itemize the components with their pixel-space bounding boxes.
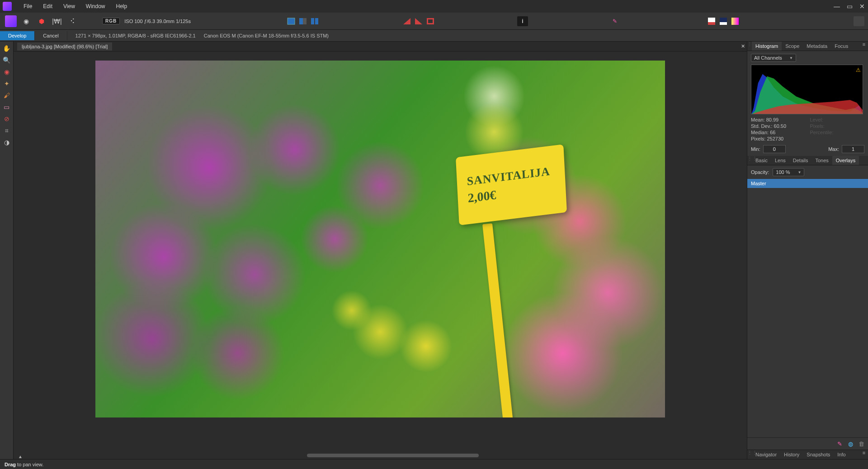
tab-scope[interactable]: Scope (782, 42, 803, 51)
right-panel: ⋮⋮ Histogram Scope Metadata Focus ≡ All … (747, 42, 868, 459)
single-view-icon[interactable] (286, 16, 297, 26)
tab-details[interactable]: Details (789, 156, 812, 165)
plant-price-sign: SANVITALIJA 2,00€ (456, 144, 567, 225)
menu-view[interactable]: View (58, 1, 80, 12)
min-max-row: Min: Max: (751, 145, 864, 153)
svg-rect-0 (288, 18, 295, 24)
gradient-swatch-3-icon[interactable] (730, 16, 741, 26)
crop-tool-icon[interactable]: ⌗ (2, 126, 12, 136)
zoom-tool-icon[interactable]: 🔍 (2, 55, 12, 65)
info-panel-tabs: ⋮⋮ Histogram Scope Metadata Focus ≡ (747, 42, 868, 51)
white-balance-tool-icon[interactable]: ◑ (2, 137, 12, 147)
median-label: Median: (751, 130, 769, 135)
status-bar: ▲ Drag to pan view. (0, 459, 868, 469)
blemish-tool-icon[interactable]: ✦ (2, 79, 12, 89)
develop-panel-tabs: ⋮⋮ Basic Lens Details Tones Overlays (747, 156, 868, 165)
tab-navigator[interactable]: Navigator (752, 450, 780, 459)
tab-tones[interactable]: Tones (811, 156, 832, 165)
canvas-area: ljubljana-3.jpg [Modified] (98.6%) [Tria… (14, 42, 747, 459)
tab-overlays[interactable]: Overlays (832, 156, 859, 165)
tab-basic[interactable]: Basic (752, 156, 771, 165)
svg-rect-3 (311, 18, 314, 24)
assistant-icon[interactable] (854, 16, 864, 26)
main-area: ✋ 🔍 ◉ ✦ 🖌 ▭ ⊘ ⌗ ◑ ljubljana-3.jpg [Modif… (0, 42, 868, 459)
tab-focus[interactable]: Focus (831, 42, 852, 51)
close-button[interactable]: ✕ (859, 3, 865, 9)
tab-close-icon[interactable]: ✕ (739, 43, 747, 49)
overlay-erase-tool-icon[interactable]: ▭ (2, 102, 12, 112)
menu-edit[interactable]: Edit (38, 1, 58, 12)
panel-drag-handle-icon[interactable]: ⋮⋮ (747, 42, 752, 51)
develop-persona-icon[interactable]: ⬢ (36, 15, 47, 27)
menu-window[interactable]: Window (80, 1, 111, 12)
export-persona-icon[interactable]: ⠪ (66, 15, 78, 27)
max-input[interactable] (842, 145, 864, 153)
panel-drag-handle-icon[interactable]: ⋮⋮ (747, 450, 752, 459)
mean-value: 80.99 (766, 117, 779, 122)
gradient-overlay-icon[interactable]: ◍ (846, 440, 854, 448)
menu-file[interactable]: File (18, 1, 38, 12)
svg-marker-6 (415, 18, 422, 24)
menu-bar: File Edit View Window Help (18, 1, 132, 12)
percentile-label: Percentile: (810, 130, 865, 135)
gradient-swatch-1-icon[interactable] (706, 16, 717, 26)
split-view-icon[interactable] (297, 16, 308, 26)
tab-metadata[interactable]: Metadata (803, 42, 831, 51)
svg-rect-4 (315, 18, 318, 24)
min-label: Min: (751, 146, 760, 152)
tab-snapshots[interactable]: Snapshots (803, 450, 834, 459)
panel-menu-icon[interactable]: ≡ (860, 42, 868, 51)
delete-overlay-icon[interactable]: 🗑 (857, 440, 865, 448)
resize-arrow-icon[interactable]: ▲ (18, 454, 23, 459)
panel-drag-handle-icon[interactable]: ⋮⋮ (747, 156, 752, 165)
view-tool-icon[interactable]: ✋ (2, 43, 12, 53)
level-label: Level: (810, 117, 865, 122)
chevron-down-icon: ▼ (797, 170, 801, 174)
overlay-footer-icons: ✎ ◍ 🗑 (747, 437, 868, 450)
opacity-value: 100 % (776, 169, 790, 175)
overlays-panel: Opacity: 100 % ▼ Master (747, 165, 868, 191)
channels-dropdown-label: All Channels (754, 55, 782, 61)
tone-mapping-persona-icon[interactable]: |₩| (51, 15, 63, 27)
channels-dropdown[interactable]: All Channels ▼ (751, 54, 796, 62)
horizontal-scrollbar[interactable] (307, 454, 479, 457)
max-label: Max: (828, 146, 839, 152)
mirror-view-icon[interactable] (309, 16, 320, 26)
app-logo-icon (3, 2, 12, 11)
overlay-gradient-tool-icon[interactable]: ⊘ (2, 114, 12, 124)
panel-menu-icon[interactable]: ≡ (860, 450, 868, 459)
svg-rect-1 (299, 18, 303, 24)
cancel-button[interactable]: Cancel (35, 31, 67, 40)
show-info-icon[interactable]: i (517, 16, 528, 26)
clip-tones-icon[interactable] (425, 16, 436, 26)
develop-button[interactable]: Develop (0, 31, 35, 40)
minimize-button[interactable]: — (834, 3, 840, 9)
histogram-panel: All Channels ▼ ⚠ Mean: 80.99 Level: Std.… (747, 51, 868, 156)
brush-overlay-icon[interactable]: ✎ (835, 440, 844, 448)
camera-exif-label: ISO 100 ƒ/6.3 39.0mm 1/125s (124, 19, 191, 24)
histogram-display[interactable]: ⚠ (751, 65, 863, 114)
tab-histogram[interactable]: Histogram (752, 42, 782, 51)
liquify-persona-icon[interactable]: ◉ (20, 15, 32, 27)
gradient-swatch-2-icon[interactable] (718, 16, 729, 26)
clip-highlights-icon[interactable] (413, 16, 424, 26)
sync-icon[interactable]: ✎ (609, 16, 620, 26)
red-eye-tool-icon[interactable]: ◉ (2, 67, 12, 77)
status-hint: Drag to pan view. (5, 462, 43, 467)
min-input[interactable] (763, 145, 786, 153)
master-overlay-item[interactable]: Master (747, 179, 868, 188)
menu-help[interactable]: Help (111, 1, 133, 12)
svg-marker-5 (403, 18, 410, 24)
tab-lens[interactable]: Lens (771, 156, 789, 165)
maximize-button[interactable]: ▭ (846, 3, 853, 9)
tab-info[interactable]: Info (834, 450, 849, 459)
overlay-paint-tool-icon[interactable]: 🖌 (2, 90, 12, 100)
clip-shadows-icon[interactable] (401, 16, 412, 26)
chevron-down-icon: ▼ (789, 56, 793, 60)
photo-canvas[interactable]: SANVITALIJA 2,00€ (95, 61, 665, 417)
tab-history[interactable]: History (780, 450, 803, 459)
opacity-dropdown[interactable]: 100 % ▼ (773, 168, 804, 176)
photo-persona-icon[interactable] (5, 15, 17, 27)
document-tab[interactable]: ljubljana-3.jpg [Modified] (98.6%) [Tria… (17, 42, 112, 51)
canvas-viewport[interactable]: SANVITALIJA 2,00€ (14, 52, 747, 459)
